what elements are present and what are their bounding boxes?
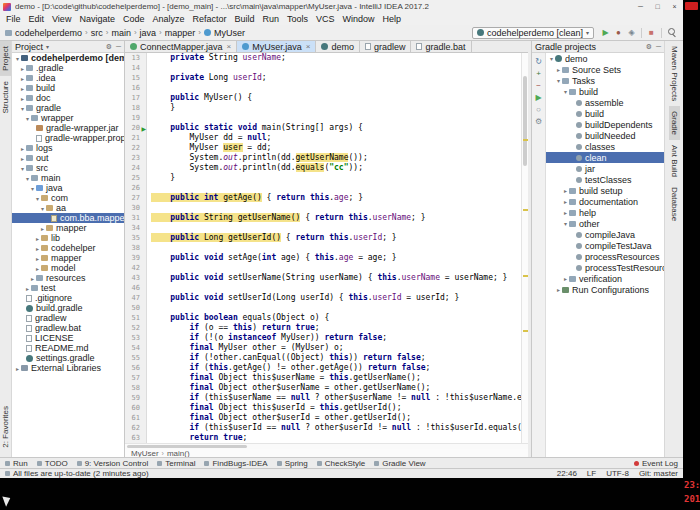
search-everywhere-icon[interactable]: [665, 26, 678, 39]
menu-item-analyze[interactable]: Analyze: [148, 14, 188, 24]
project-item-com-bba-mapper[interactable]: com.bba.mapper: [12, 213, 124, 223]
attach-project-icon[interactable]: +: [536, 67, 541, 79]
project-item-resources[interactable]: ▸resources: [12, 273, 124, 283]
breadcrumb-item-mapper[interactable]: mapper: [165, 28, 196, 38]
gradle-item-build[interactable]: build: [546, 108, 664, 119]
gradle-item-build-setup[interactable]: ▸build setup: [546, 185, 664, 196]
chevron-right-icon[interactable]: ▸: [24, 285, 31, 292]
chevron-down-icon[interactable]: ▾: [19, 105, 26, 112]
gradle-item-buildneeded[interactable]: buildNeeded: [546, 130, 664, 141]
project-item-settings-gradle[interactable]: settings.gradle: [12, 353, 124, 363]
menu-item-window[interactable]: Window: [339, 14, 379, 24]
stop-icon[interactable]: ■: [645, 26, 658, 39]
gradle-item-processresources[interactable]: processResources: [546, 251, 664, 262]
chevron-down-icon[interactable]: ▾: [548, 55, 555, 62]
project-item-wrapper[interactable]: ▾wrapper: [12, 113, 124, 123]
chevron-right-icon[interactable]: ▸: [19, 85, 26, 92]
chevron-right-icon[interactable]: ▸: [14, 365, 21, 372]
status-segment-2[interactable]: UTF-8: [606, 469, 629, 478]
gradle-item-testclasses[interactable]: testClasses: [546, 174, 664, 185]
status-segment-3[interactable]: Git: master: [639, 469, 678, 478]
project-item-model[interactable]: ▸model: [12, 263, 124, 273]
chevron-right-icon[interactable]: ▸: [555, 286, 562, 293]
chevron-right-icon[interactable]: ▸: [34, 255, 41, 262]
project-item-codehelper[interactable]: ▸codehelper: [12, 243, 124, 253]
project-item-gradle-wrapper-prop[interactable]: gradle-wrapper.prop: [12, 133, 124, 143]
chevron-down-icon[interactable]: ▾: [46, 43, 49, 50]
breadcrumb-item-codehelperdemo[interactable]: codehelperdemo: [5, 28, 82, 38]
close-button[interactable]: ×: [666, 0, 683, 13]
chevron-right-icon[interactable]: ▸: [562, 198, 569, 205]
stripe-project[interactable]: Project: [0, 41, 11, 76]
gradle-item-compiletestjava[interactable]: compileTestJava: [546, 240, 664, 251]
breadcrumb-item-myuser[interactable]: MyUser: [204, 28, 245, 38]
gradle-item-builddependents[interactable]: buildDependents: [546, 119, 664, 130]
error-stripe[interactable]: [521, 53, 528, 443]
settings-icon[interactable]: ⚙: [535, 115, 542, 127]
status-segment-1[interactable]: LF: [587, 469, 596, 478]
horizontal-scrollbar[interactable]: [125, 443, 528, 449]
chevron-right-icon[interactable]: ▸: [29, 275, 36, 282]
debug-icon[interactable]: ●: [612, 26, 625, 39]
refresh-icon[interactable]: ↻: [535, 55, 542, 67]
project-panel-title[interactable]: Project: [15, 42, 43, 52]
gradle-item-jar[interactable]: jar: [546, 163, 664, 174]
menu-item-code[interactable]: Code: [119, 14, 149, 24]
chevron-right-icon[interactable]: ▸: [19, 95, 26, 102]
chevron-right-icon[interactable]: ▸: [19, 155, 26, 162]
coverage-icon[interactable]: ◈: [625, 26, 638, 39]
breadcrumb-item-main[interactable]: main: [111, 28, 131, 38]
hide-panel-icon[interactable]: ─: [116, 43, 121, 51]
chevron-down-icon[interactable]: ▾: [39, 205, 46, 212]
project-item-aa[interactable]: ▾aa: [12, 203, 124, 213]
toolwindow-todo[interactable]: TODO: [37, 459, 68, 468]
tab-connectmapper-java[interactable]: ConnectMapper.java×: [125, 41, 237, 52]
chevron-right-icon[interactable]: ▸: [562, 209, 569, 216]
run-task-icon[interactable]: ▶: [535, 91, 541, 103]
stripe-gradle[interactable]: Gradle: [669, 106, 680, 140]
project-item--gradle[interactable]: ▸.gradle: [12, 63, 124, 73]
stripe-maven-projects[interactable]: Maven Projects: [669, 41, 680, 106]
chevron-right-icon[interactable]: ▸: [19, 75, 26, 82]
chevron-right-icon[interactable]: ▸: [19, 65, 26, 72]
stripe-structure[interactable]: Structure: [0, 76, 11, 118]
chevron-right-icon[interactable]: ▸: [34, 235, 41, 242]
settings-icon[interactable]: ⚙: [646, 43, 652, 51]
project-item-codehelperdemo-demo-[interactable]: ▾codehelperdemo [demo]D:\code\github\cod…: [12, 53, 124, 63]
gradle-item-demo[interactable]: ▾demo: [546, 53, 664, 64]
gradle-item-run-configurations[interactable]: ▸Run Configurations: [546, 284, 664, 295]
tab-demo[interactable]: demo: [316, 41, 360, 52]
stripe-database[interactable]: Database: [669, 182, 680, 226]
status-segment-0[interactable]: 22:46: [557, 469, 577, 478]
toolwindow-gradle-view[interactable]: Gradle View: [374, 459, 425, 468]
project-item-test[interactable]: ▸test: [12, 283, 124, 293]
menu-item-refactor[interactable]: Refactor: [188, 14, 230, 24]
gradle-item-other[interactable]: ▾other: [546, 218, 664, 229]
chevron-down-icon[interactable]: ▾: [34, 195, 41, 202]
close-icon[interactable]: ×: [306, 42, 311, 51]
chevron-right-icon[interactable]: ▸: [39, 225, 46, 232]
event-log-button[interactable]: Event Log: [634, 459, 678, 468]
chevron-right-icon[interactable]: ▸: [19, 145, 26, 152]
project-item-out[interactable]: ▸out: [12, 153, 124, 163]
close-icon[interactable]: ×: [227, 42, 232, 51]
chevron-right-icon[interactable]: ▸: [34, 245, 41, 252]
gradle-item-assemble[interactable]: assemble: [546, 97, 664, 108]
minimize-button[interactable]: ─: [632, 0, 649, 13]
stripe-2-favorites[interactable]: 2: Favorites: [0, 401, 11, 453]
project-item-mapper[interactable]: ▸mapper: [12, 253, 124, 263]
offline-mode-icon[interactable]: ○: [536, 103, 541, 115]
menu-item-run[interactable]: Run: [259, 14, 284, 24]
chevron-right-icon[interactable]: ▸: [562, 187, 569, 194]
vertical-scrollbar-thumb[interactable]: [523, 76, 527, 166]
project-item-gradlew[interactable]: gradlew: [12, 313, 124, 323]
project-item-build-gradle[interactable]: build.gradle: [12, 303, 124, 313]
tab-myuser-java[interactable]: MyUser.java×: [237, 41, 316, 52]
breadcrumb-item-java[interactable]: java: [140, 28, 157, 38]
gradle-item-verification[interactable]: ▸verification: [546, 273, 664, 284]
project-item-gradle-wrapper-jar[interactable]: gradle-wrapper.jar: [12, 123, 124, 133]
tab-gradle-bat[interactable]: gradle.bat: [411, 41, 471, 52]
run-configuration-select[interactable]: codehelperdemo [clean] ▾: [472, 27, 594, 39]
chevron-down-icon[interactable]: ▾: [29, 185, 36, 192]
gradle-item-tasks[interactable]: ▾Tasks: [546, 75, 664, 86]
